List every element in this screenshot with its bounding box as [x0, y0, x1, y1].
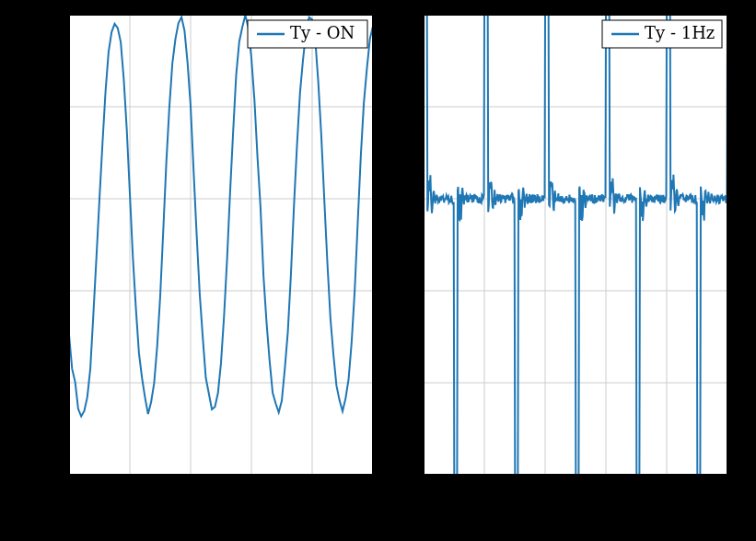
x-tick-label: 5: [368, 484, 378, 501]
x-tick-label: 0: [64, 484, 74, 501]
x-tick-label: 0: [419, 484, 428, 501]
y-tick-label: 2: [403, 98, 413, 115]
y-tick-label: 0: [49, 190, 58, 207]
x-tick-label: 3: [601, 484, 611, 501]
y-tick-label: -6: [43, 466, 58, 483]
x-tick-label: 5: [723, 484, 732, 501]
legend-label: Ty - ON: [290, 23, 355, 42]
y-tick-label: -2: [43, 282, 58, 299]
y-tick-label: 4: [49, 6, 58, 23]
x-tick-label: 1: [480, 484, 489, 501]
y-tick-label: -6: [398, 466, 413, 483]
y-axis-label: Torque [mNm]: [13, 177, 35, 313]
legend-label: Ty - 1Hz: [645, 23, 715, 42]
y-tick-label: -4: [43, 374, 58, 391]
x-tick-label: 4: [308, 484, 317, 501]
x-axis-label: Time [s]: [538, 507, 614, 529]
y-tick-label: -2: [398, 282, 413, 299]
y-tick-label: 2: [49, 98, 58, 115]
y-tick-label: -4: [398, 374, 413, 391]
y-tick-label: 4: [403, 6, 413, 23]
y-tick-label: 0: [403, 190, 413, 207]
x-tick-label: 4: [662, 484, 671, 501]
x-tick-label: 2: [541, 484, 550, 501]
x-tick-label: 2: [186, 484, 195, 501]
x-tick-label: 3: [247, 484, 256, 501]
x-tick-label: 1: [125, 484, 134, 501]
x-axis-label: Time [s]: [183, 507, 260, 529]
